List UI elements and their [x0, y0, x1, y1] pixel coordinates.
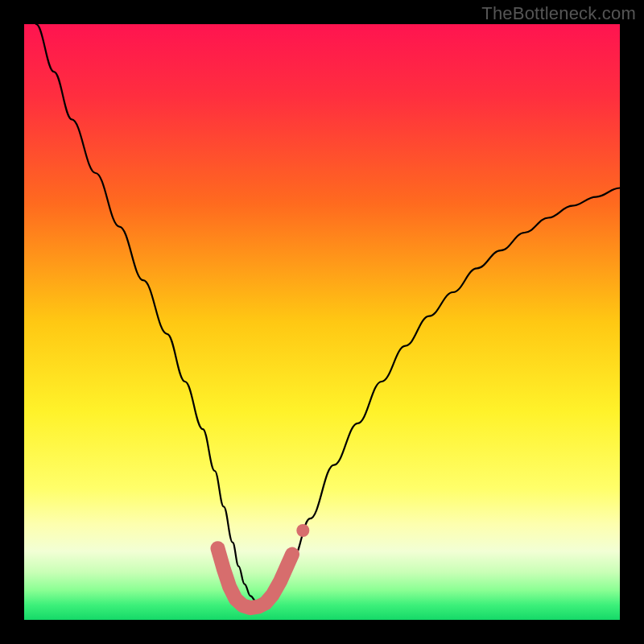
chart-frame: TheBottleneck.com	[0, 0, 644, 644]
gradient-background	[24, 24, 620, 620]
watermark-text: TheBottleneck.com	[481, 3, 636, 24]
sweet-spot-outlier-point	[296, 524, 309, 537]
bottleneck-chart	[24, 24, 620, 620]
